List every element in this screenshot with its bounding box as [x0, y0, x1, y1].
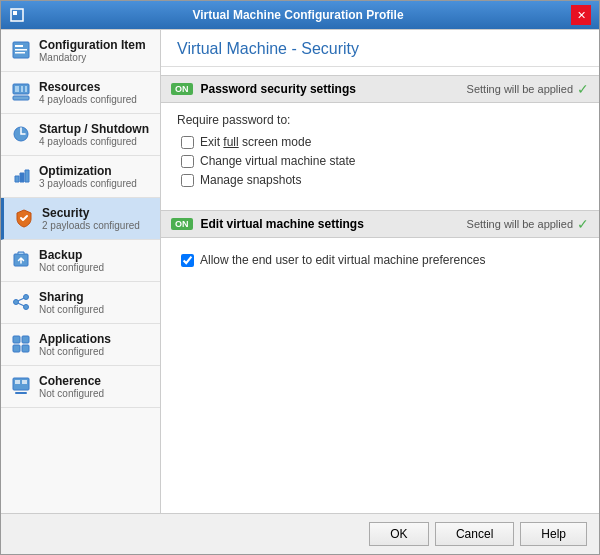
svg-rect-3 — [15, 45, 23, 47]
password-security-content: Require password to: Exit full screen mo… — [161, 103, 599, 202]
edit-vm-settings-section: ON Edit virtual machine settings Setting… — [161, 210, 599, 282]
svg-rect-18 — [13, 336, 20, 343]
sidebar-item-optimization-sub: 3 payloads configured — [39, 178, 137, 189]
sidebar-item-configuration-item-text: Configuration Item Mandatory — [39, 38, 146, 63]
sidebar-item-applications-name: Applications — [39, 332, 111, 346]
optimization-icon — [11, 166, 31, 186]
svg-point-14 — [24, 295, 29, 300]
checkbox-manage-snapshots-input[interactable] — [181, 174, 194, 187]
sidebar-item-optimization[interactable]: Optimization 3 payloads configured — [1, 156, 160, 198]
sidebar-item-optimization-name: Optimization — [39, 164, 137, 178]
svg-rect-10 — [13, 96, 29, 100]
sidebar-item-startup-shutdown-sub: 4 payloads configured — [39, 136, 149, 147]
configuration-item-icon — [11, 40, 31, 60]
password-security-applied-text: Setting will be applied — [467, 83, 573, 95]
edit-vm-settings-check-icon: ✓ — [577, 216, 589, 232]
svg-point-13 — [14, 300, 19, 305]
checkbox-exit-fullscreen-label: Exit full screen mode — [200, 135, 311, 149]
svg-rect-9 — [25, 86, 27, 92]
edit-vm-settings-header: ON Edit virtual machine settings Setting… — [161, 210, 599, 238]
window-icon — [9, 7, 25, 23]
main-panel-header: Virtual Machine - Security — [161, 30, 599, 67]
sidebar-item-security-name: Security — [42, 206, 140, 220]
password-security-section: ON Password security settings Setting wi… — [161, 75, 599, 202]
checkbox-change-vm-state-label: Change virtual machine state — [200, 154, 355, 168]
edit-vm-settings-badge: ON — [171, 218, 193, 230]
resources-icon — [11, 82, 31, 102]
sidebar-item-resources-sub: 4 payloads configured — [39, 94, 137, 105]
sidebar-item-resources[interactable]: Resources 4 payloads configured — [1, 72, 160, 114]
close-button[interactable]: ✕ — [571, 5, 591, 25]
sidebar-item-startup-shutdown-name: Startup / Shutdown — [39, 122, 149, 136]
checkbox-allow-end-user: Allow the end user to edit virtual machi… — [177, 253, 583, 267]
sidebar-item-coherence-sub: Not configured — [39, 388, 104, 399]
checkbox-allow-end-user-label: Allow the end user to edit virtual machi… — [200, 253, 486, 267]
backup-icon — [11, 250, 31, 270]
password-security-title: Password security settings — [201, 82, 459, 96]
sidebar-item-sharing-sub: Not configured — [39, 304, 104, 315]
svg-rect-7 — [15, 86, 19, 92]
sidebar-item-coherence-text: Coherence Not configured — [39, 374, 104, 399]
applications-icon — [11, 334, 31, 354]
sidebar-item-applications-text: Applications Not configured — [39, 332, 111, 357]
coherence-icon — [11, 376, 31, 396]
svg-line-16 — [18, 298, 24, 301]
sidebar-item-sharing-text: Sharing Not configured — [39, 290, 104, 315]
password-security-header: ON Password security settings Setting wi… — [161, 75, 599, 103]
cancel-button[interactable]: Cancel — [435, 522, 514, 546]
password-security-applied: Setting will be applied ✓ — [467, 81, 589, 97]
sidebar-item-backup-sub: Not configured — [39, 262, 104, 273]
svg-rect-21 — [22, 345, 29, 352]
startup-shutdown-icon — [11, 124, 31, 144]
sidebar-item-startup-shutdown[interactable]: Startup / Shutdown 4 payloads configured — [1, 114, 160, 156]
sidebar-item-backup[interactable]: Backup Not configured — [1, 240, 160, 282]
sidebar-item-applications-sub: Not configured — [39, 346, 111, 357]
sidebar-item-security[interactable]: Security 2 payloads configured — [1, 198, 160, 240]
sidebar-item-sharing-name: Sharing — [39, 290, 104, 304]
sidebar-item-backup-text: Backup Not configured — [39, 248, 104, 273]
sidebar-item-security-sub: 2 payloads configured — [42, 220, 140, 231]
svg-rect-25 — [15, 392, 27, 394]
sidebar-item-startup-shutdown-text: Startup / Shutdown 4 payloads configured — [39, 122, 149, 147]
sidebar-item-configuration-item[interactable]: Configuration Item Mandatory — [1, 30, 160, 72]
sidebar-item-configuration-item-name: Configuration Item — [39, 38, 146, 52]
window-title: Virtual Machine Configuration Profile — [25, 8, 571, 22]
footer: OK Cancel Help — [1, 513, 599, 554]
svg-line-17 — [18, 303, 24, 306]
main-window: Virtual Machine Configuration Profile ✕ … — [0, 0, 600, 555]
sidebar-item-applications[interactable]: Applications Not configured — [1, 324, 160, 366]
checkbox-exit-fullscreen-input[interactable] — [181, 136, 194, 149]
sidebar-item-resources-name: Resources — [39, 80, 137, 94]
edit-vm-settings-applied-text: Setting will be applied — [467, 218, 573, 230]
checkbox-manage-snapshots: Manage snapshots — [177, 173, 583, 187]
ok-button[interactable]: OK — [369, 522, 429, 546]
security-icon — [14, 208, 34, 228]
password-security-check-icon: ✓ — [577, 81, 589, 97]
sidebar-item-coherence[interactable]: Coherence Not configured — [1, 366, 160, 408]
checkbox-allow-end-user-input[interactable] — [181, 254, 194, 267]
svg-rect-20 — [13, 345, 20, 352]
sharing-icon — [11, 292, 31, 312]
help-button[interactable]: Help — [520, 522, 587, 546]
svg-rect-24 — [22, 380, 27, 384]
sidebar-item-sharing[interactable]: Sharing Not configured — [1, 282, 160, 324]
checkbox-change-vm-state: Change virtual machine state — [177, 154, 583, 168]
sidebar: Configuration Item Mandatory Resour — [1, 30, 161, 513]
svg-rect-4 — [15, 49, 27, 51]
svg-rect-1 — [13, 11, 17, 15]
password-security-badge: ON — [171, 83, 193, 95]
svg-rect-19 — [22, 336, 29, 343]
highlight-full: full — [223, 135, 238, 149]
sidebar-item-backup-name: Backup — [39, 248, 104, 262]
require-password-label: Require password to: — [177, 113, 583, 127]
edit-vm-settings-content: Allow the end user to edit virtual machi… — [161, 238, 599, 282]
edit-vm-settings-title: Edit virtual machine settings — [201, 217, 459, 231]
checkbox-manage-snapshots-label: Manage snapshots — [200, 173, 301, 187]
sidebar-item-optimization-text: Optimization 3 payloads configured — [39, 164, 137, 189]
content-area: Configuration Item Mandatory Resour — [1, 29, 599, 513]
main-panel-title: Virtual Machine - Security — [177, 40, 359, 57]
main-panel: Virtual Machine - Security ON Password s… — [161, 30, 599, 513]
title-bar: Virtual Machine Configuration Profile ✕ — [1, 1, 599, 29]
sidebar-item-resources-text: Resources 4 payloads configured — [39, 80, 137, 105]
checkbox-change-vm-state-input[interactable] — [181, 155, 194, 168]
